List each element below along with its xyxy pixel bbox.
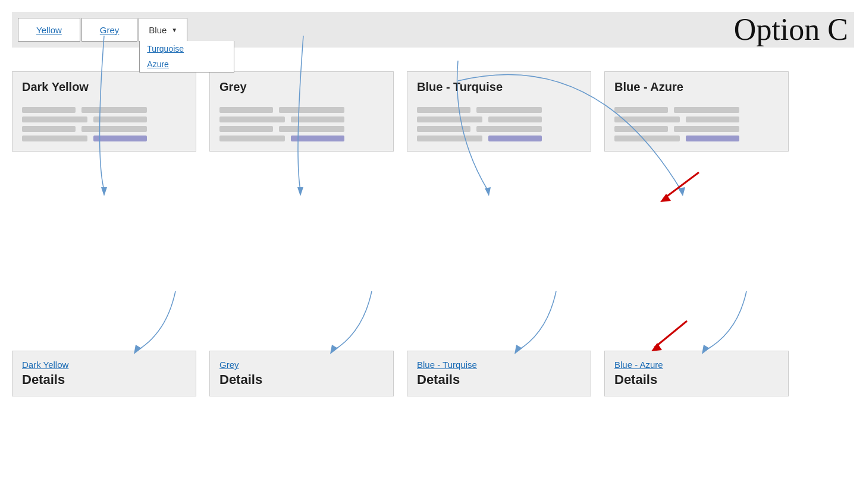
card-grey-body bbox=[210, 100, 393, 151]
card-row bbox=[22, 116, 186, 122]
detail-blue-azure-link[interactable]: Blue - Azure bbox=[614, 360, 779, 370]
card-row bbox=[417, 136, 581, 141]
card-line bbox=[417, 126, 470, 132]
card-line bbox=[614, 126, 668, 132]
cards-row: Dark Yellow Grey bbox=[12, 71, 789, 152]
card-line-accent bbox=[291, 136, 344, 141]
card-row bbox=[417, 116, 581, 122]
detail-dark-yellow-title: Details bbox=[22, 372, 65, 387]
card-line bbox=[674, 126, 739, 132]
tab-grey-label: Grey bbox=[100, 25, 120, 35]
card-line bbox=[22, 116, 87, 122]
card-blue-azure-header: Blue - Azure bbox=[605, 72, 788, 100]
dropdown-label: Blue bbox=[149, 25, 167, 35]
card-blue-azure-body bbox=[605, 100, 788, 151]
card-line bbox=[417, 116, 482, 122]
svg-line-8 bbox=[663, 172, 699, 199]
detail-blue-turquise-title: Details bbox=[417, 372, 460, 387]
card-blue-turquise: Blue - Turquise bbox=[407, 71, 591, 152]
card-row bbox=[614, 116, 779, 122]
card-row bbox=[22, 136, 186, 141]
card-line bbox=[476, 107, 542, 113]
card-row bbox=[614, 126, 779, 132]
card-row bbox=[219, 116, 384, 122]
card-line bbox=[614, 107, 668, 113]
detail-grey-title: Details bbox=[219, 372, 262, 387]
card-line bbox=[81, 107, 147, 113]
card-line bbox=[686, 116, 739, 122]
dropdown-arrow-icon: ▼ bbox=[171, 27, 177, 33]
detail-grey: Grey Details bbox=[209, 351, 394, 396]
card-dark-yellow-body bbox=[12, 100, 196, 151]
card-row bbox=[614, 136, 779, 141]
card-blue-azure: Blue - Azure bbox=[604, 71, 789, 152]
card-line bbox=[22, 126, 76, 132]
card-line bbox=[279, 107, 344, 113]
tab-grey[interactable]: Grey bbox=[81, 18, 138, 42]
detail-grey-link[interactable]: Grey bbox=[219, 360, 384, 370]
detail-blue-turquise: Blue - Turquise Details bbox=[407, 351, 591, 396]
svg-marker-0 bbox=[101, 187, 107, 196]
tab-blue-dropdown[interactable]: Blue ▼ Turquoise Azure bbox=[139, 18, 187, 42]
card-line bbox=[417, 136, 482, 141]
card-dark-yellow-header: Dark Yellow bbox=[12, 72, 196, 100]
card-blue-turquise-body bbox=[407, 100, 591, 151]
card-line bbox=[81, 126, 147, 132]
detail-dark-yellow: Dark Yellow Details bbox=[12, 351, 196, 396]
svg-marker-11 bbox=[651, 343, 662, 351]
svg-marker-9 bbox=[660, 194, 671, 202]
card-row bbox=[22, 126, 186, 132]
card-line-accent bbox=[488, 136, 542, 141]
detail-dark-yellow-link[interactable]: Dark Yellow bbox=[22, 360, 186, 370]
tab-yellow[interactable]: Yellow bbox=[18, 18, 80, 42]
svg-marker-3 bbox=[678, 187, 685, 196]
card-dark-yellow: Dark Yellow bbox=[12, 71, 196, 152]
dropdown-item-azure[interactable]: Azure bbox=[140, 56, 234, 72]
card-blue-turquise-header: Blue - Turquise bbox=[407, 72, 591, 100]
card-row bbox=[219, 126, 384, 132]
detail-blue-turquise-link[interactable]: Blue - Turquise bbox=[417, 360, 581, 370]
svg-marker-1 bbox=[297, 187, 303, 196]
dropdown-item-turquoise[interactable]: Turquoise bbox=[140, 41, 234, 56]
page-title: Option C bbox=[734, 12, 848, 47]
card-line bbox=[219, 126, 273, 132]
detail-blue-azure: Blue - Azure Details bbox=[604, 351, 789, 396]
details-row: Dark Yellow Details Grey Details Blue - … bbox=[12, 351, 789, 396]
card-line bbox=[22, 136, 87, 141]
card-row bbox=[22, 107, 186, 113]
card-line-accent bbox=[93, 136, 147, 141]
card-line bbox=[93, 116, 147, 122]
card-row bbox=[417, 126, 581, 132]
card-line bbox=[219, 107, 273, 113]
header-bar: Yellow Grey Blue ▼ Turquoise Azure bbox=[12, 12, 854, 48]
card-grey: Grey bbox=[209, 71, 394, 152]
card-row bbox=[219, 136, 384, 141]
card-line bbox=[279, 126, 344, 132]
tab-yellow-label: Yellow bbox=[36, 25, 62, 35]
card-line-accent bbox=[686, 136, 739, 141]
card-line bbox=[22, 107, 76, 113]
svg-line-10 bbox=[654, 321, 687, 348]
svg-marker-2 bbox=[485, 187, 491, 196]
card-line bbox=[219, 136, 285, 141]
card-line bbox=[219, 116, 285, 122]
card-row bbox=[614, 107, 779, 113]
card-line bbox=[614, 136, 680, 141]
detail-blue-azure-title: Details bbox=[614, 372, 657, 387]
card-line bbox=[417, 107, 470, 113]
card-line bbox=[291, 116, 344, 122]
card-line bbox=[674, 107, 739, 113]
card-row bbox=[219, 107, 384, 113]
card-row bbox=[417, 107, 581, 113]
card-line bbox=[614, 116, 680, 122]
card-grey-header: Grey bbox=[210, 72, 393, 100]
card-line bbox=[488, 116, 542, 122]
card-line bbox=[476, 126, 542, 132]
dropdown-menu: Turquoise Azure bbox=[139, 41, 234, 73]
